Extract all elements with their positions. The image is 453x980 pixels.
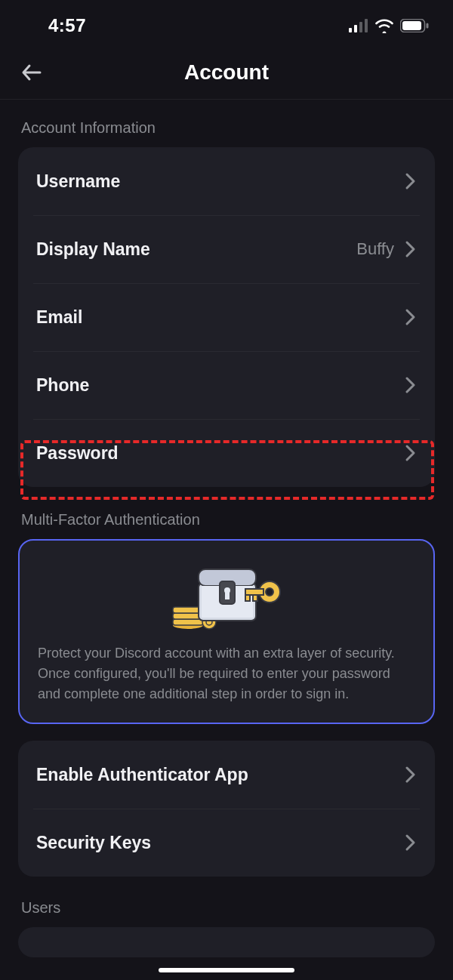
svg-point-20 [266,588,273,596]
svg-rect-5 [402,21,421,30]
svg-rect-18 [225,592,230,599]
row-label-authenticator: Enable Authenticator App [36,765,248,785]
users-card [18,927,435,957]
signal-icon [349,19,368,32]
section-header-account-info: Account Information [0,106,453,147]
row-label-security-keys: Security Keys [36,833,151,853]
mfa-illustration [147,560,306,630]
row-label-display-name: Display Name [36,239,150,260]
header: Account [0,45,453,100]
row-username[interactable]: Username [18,147,435,215]
chevron-right-icon [403,834,417,852]
row-label-username: Username [36,171,120,192]
page-title: Account [184,60,269,85]
svg-rect-8 [173,619,203,625]
chevron-right-icon [403,444,417,462]
row-display-name[interactable]: Display Name Buffy [18,215,435,283]
chevron-right-icon [403,308,417,326]
row-value-display-name: Buffy [356,239,394,259]
status-time: 4:57 [48,15,86,36]
home-indicator[interactable] [159,968,294,972]
chevron-right-icon [403,376,417,394]
chevron-right-icon [403,766,417,784]
svg-rect-2 [359,22,362,32]
svg-rect-1 [354,25,357,32]
row-password[interactable]: Password [18,419,435,487]
row-phone[interactable]: Phone [18,351,435,419]
account-info-card: Username Display Name Buffy Email Phone … [18,147,435,487]
wifi-icon [374,18,394,33]
svg-rect-0 [349,28,352,32]
battery-icon [400,19,429,32]
section-header-mfa: Multi-Factor Authentication [0,487,453,539]
row-label-phone: Phone [36,375,89,396]
row-label-password: Password [36,443,119,464]
mfa-promo-card: Protect your Discord account with an ext… [18,539,435,724]
svg-rect-3 [365,19,368,32]
section-header-users: Users [0,877,453,927]
row-email[interactable]: Email [18,283,435,351]
chevron-right-icon [403,172,417,190]
arrow-left-icon [19,60,45,85]
row-authenticator[interactable]: Enable Authenticator App [18,741,435,809]
svg-rect-22 [245,595,250,601]
svg-rect-21 [245,589,263,595]
status-bar: 4:57 [0,0,453,45]
back-button[interactable] [17,57,47,88]
status-indicators [349,18,429,33]
row-label-email: Email [36,307,82,328]
chevron-right-icon [403,240,417,258]
svg-rect-23 [253,595,257,601]
mfa-card: Enable Authenticator App Security Keys [18,741,435,877]
svg-rect-6 [427,23,429,29]
mfa-promo-text: Protect your Discord account with an ext… [38,643,415,704]
row-security-keys[interactable]: Security Keys [18,809,435,877]
